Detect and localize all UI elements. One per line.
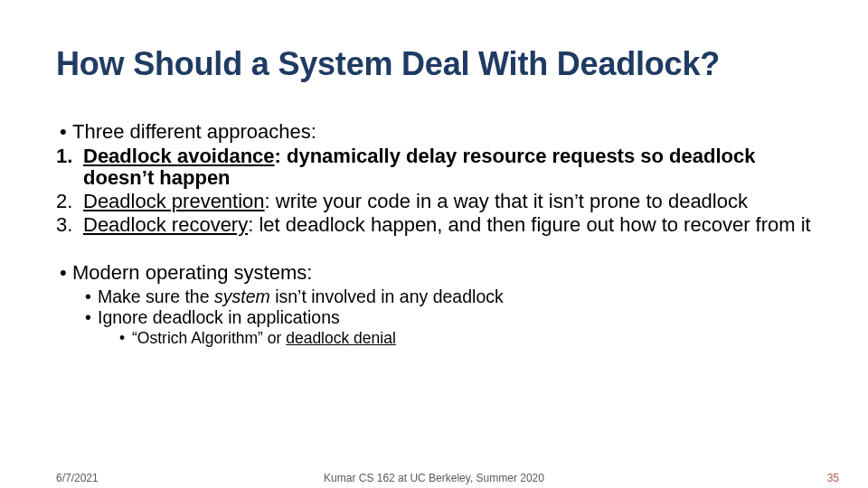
item-number: 3. <box>56 214 83 237</box>
item-number: 1. <box>56 145 83 190</box>
item-text: Deadlock prevention: write your code in … <box>83 191 812 213</box>
list-item: 3. Deadlock recovery: let deadlock happe… <box>56 214 812 237</box>
item-number: 2. <box>56 191 83 213</box>
item-text: Deadlock recovery: let deadlock happen, … <box>83 214 812 237</box>
spacer <box>56 237 812 262</box>
item-label: Deadlock prevention <box>83 190 265 212</box>
modern-heading-text: Modern operating systems: <box>72 261 312 284</box>
slide-body: •Three different approaches: 1. Deadlock… <box>56 121 812 347</box>
intro-text: Three different approaches: <box>72 120 316 143</box>
list-item: 2. Deadlock prevention: write your code … <box>56 191 812 213</box>
footer-pagenum: 35 <box>827 472 839 484</box>
bullet-icon: • <box>85 307 98 327</box>
bullet-icon: • <box>60 121 72 144</box>
bullet-icon: • <box>60 262 72 285</box>
modern-sub1-a: Make sure the <box>98 286 214 306</box>
slide: How Should a System Deal With Deadlock? … <box>0 0 868 488</box>
modern-sub1-c: isn’t involved in any deadlock <box>270 286 504 306</box>
modern-sub-item: •Make sure the system isn’t involved in … <box>85 286 812 306</box>
modern-sub1-b: system <box>214 286 270 306</box>
modern-heading-bullet: •Modern operating systems: <box>60 262 812 285</box>
bullet-icon: • <box>85 286 98 306</box>
item-text: Deadlock avoidance: dynamically delay re… <box>83 145 812 190</box>
modern-sub-item: •Ignore deadlock in applications <box>85 307 812 327</box>
slide-title: How Should a System Deal With Deadlock? <box>56 45 812 83</box>
footer-center: Kumar CS 162 at UC Berkeley, Summer 2020 <box>0 472 868 484</box>
modern-sub2-text: Ignore deadlock in applications <box>98 307 340 327</box>
modern-subsub-item: •“Ostrich Algorithm” or deadlock denial <box>119 329 812 347</box>
list-item: 1. Deadlock avoidance: dynamically delay… <box>56 145 812 190</box>
item-label: Deadlock avoidance <box>83 145 275 167</box>
item-label: Deadlock recovery <box>83 213 248 236</box>
modern-sub3-b: deadlock denial <box>286 329 396 347</box>
intro-bullet: •Three different approaches: <box>60 121 812 144</box>
item-rest: : let deadlock happen, and then figure o… <box>248 213 811 236</box>
bullet-icon: • <box>119 329 132 347</box>
item-rest: : write your code in a way that it isn’t… <box>265 190 748 212</box>
modern-sub3-a: “Ostrich Algorithm” or <box>132 329 286 347</box>
